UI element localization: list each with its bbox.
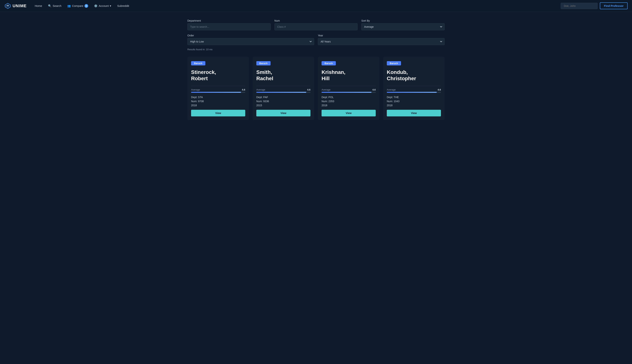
card-year: 2015 (256, 104, 310, 107)
card-dept: Dept: THE (387, 96, 441, 99)
account-label: Account (99, 4, 109, 8)
average-value: 4.6 (242, 88, 245, 91)
navbar: UNIME Home 🔍 Search 👥 Compare 0 ⚙️ Accou… (0, 0, 632, 12)
compare-icon: 👥 (67, 4, 71, 8)
card-badge: Baruch (322, 61, 336, 66)
card-year: 2018 (322, 104, 376, 107)
compare-label: Compare (72, 4, 83, 8)
average-value: 4.6 (307, 88, 310, 91)
sort-by-label: Sort By (361, 19, 444, 22)
subreddit-link[interactable]: Subreddit (115, 3, 131, 9)
average-label: Average (256, 88, 265, 91)
rating-bar-fill (387, 92, 437, 93)
prof-name: Stinerock,Robert (191, 69, 245, 82)
average-value: 4.6 (438, 88, 441, 91)
professor-card[interactable]: Baruch Stinerock,Robert Average 4.6 Dept… (188, 57, 249, 120)
rating-row: Average 4.6 (256, 88, 310, 91)
rating-bar-fill (256, 92, 306, 93)
order-label: Order (188, 34, 314, 37)
order-select[interactable]: High to Low Low to High (188, 38, 314, 45)
year-filter: Year All Years 202420232022 202120202019… (318, 34, 444, 45)
card-num: Num: 9708 (191, 100, 245, 103)
card-num: Num: 1043 (387, 100, 441, 103)
card-dept: Dept: PAF (256, 96, 310, 99)
card-badge: Baruch (256, 61, 270, 66)
rating-row: Average 4.6 (322, 88, 376, 91)
view-button[interactable]: View (387, 110, 441, 116)
find-professor-button[interactable]: Find Professor (600, 2, 628, 9)
rating-bar (256, 92, 310, 93)
rating-bar (387, 92, 441, 93)
department-filter: Department (188, 19, 271, 30)
average-label: Average (191, 88, 200, 91)
average-value: 4.6 (372, 88, 376, 91)
logo[interactable]: UNIME (4, 2, 26, 9)
department-input[interactable] (188, 23, 271, 30)
user-search-input[interactable] (561, 3, 598, 9)
card-dept: Dept: STA (191, 96, 245, 99)
compare-link[interactable]: 👥 Compare 0 (65, 2, 90, 9)
card-num: Num: 2353 (322, 100, 376, 103)
year-label: Year (318, 34, 444, 37)
search-icon: 🔍 (48, 4, 52, 8)
average-label: Average (322, 88, 330, 91)
card-badge: Baruch (191, 61, 205, 66)
professor-card[interactable]: Baruch Krishnan,Hill Average 4.6 Dept: P… (318, 57, 380, 120)
sort-by-filter: Sort By Average Num Reviews Easiness Gra… (361, 19, 444, 30)
home-link[interactable]: Home (32, 3, 44, 9)
main-content: Department Num Sort By Average Num Revie… (183, 12, 449, 128)
num-label: Num (274, 19, 358, 22)
num-input[interactable] (274, 23, 358, 30)
rating-row: Average 4.6 (191, 88, 245, 91)
card-num: Num: 9336 (256, 100, 310, 103)
view-button[interactable]: View (191, 110, 245, 116)
search-link[interactable]: 🔍 Search (46, 3, 64, 9)
card-year: 2018 (387, 104, 441, 107)
logo-text: UNIME (12, 4, 26, 8)
rating-row: Average 4.6 (387, 88, 441, 91)
cards-grid: Baruch Stinerock,Robert Average 4.6 Dept… (188, 57, 444, 120)
home-label: Home (35, 4, 42, 8)
chevron-down-icon: ▾ (110, 4, 111, 8)
logo-icon (4, 2, 11, 9)
prof-name: Krishnan,Hill (322, 69, 376, 82)
results-info: Results found in: 10 ms (188, 48, 444, 51)
order-filter: Order High to Low Low to High (188, 34, 314, 45)
department-label: Department (188, 19, 271, 22)
nav-links: Home 🔍 Search 👥 Compare 0 ⚙️ Account ▾ S… (32, 2, 561, 9)
prof-name: Smith,Rachel (256, 69, 310, 82)
average-label: Average (387, 88, 396, 91)
professor-card[interactable]: Baruch Kondub,Christopher Average 4.6 De… (383, 57, 444, 120)
rating-bar-fill (322, 92, 372, 93)
rating-bar-fill (191, 92, 241, 93)
view-button[interactable]: View (322, 110, 376, 116)
account-link[interactable]: ⚙️ Account ▾ (92, 3, 114, 9)
search-label: Search (53, 4, 62, 8)
view-button[interactable]: View (256, 110, 310, 116)
filters-row-2: Order High to Low Low to High Year All Y… (188, 34, 444, 45)
subreddit-label: Subreddit (117, 4, 129, 8)
compare-badge: 0 (84, 4, 88, 8)
sort-by-select[interactable]: Average Num Reviews Easiness Grade (361, 23, 444, 30)
filters-row-1: Department Num Sort By Average Num Revie… (188, 19, 444, 30)
year-select[interactable]: All Years 202420232022 202120202019 2018… (318, 38, 444, 45)
prof-name: Kondub,Christopher (387, 69, 441, 82)
card-badge: Baruch (387, 61, 401, 66)
rating-bar (322, 92, 376, 93)
account-icon: ⚙️ (94, 4, 98, 8)
card-year: 2018 (191, 104, 245, 107)
num-filter: Num (274, 19, 358, 30)
card-dept: Dept: POL (322, 96, 376, 99)
nav-right: Find Professor (561, 2, 628, 9)
professor-card[interactable]: Baruch Smith,Rachel Average 4.6 Dept: PA… (252, 57, 314, 120)
rating-bar (191, 92, 245, 93)
